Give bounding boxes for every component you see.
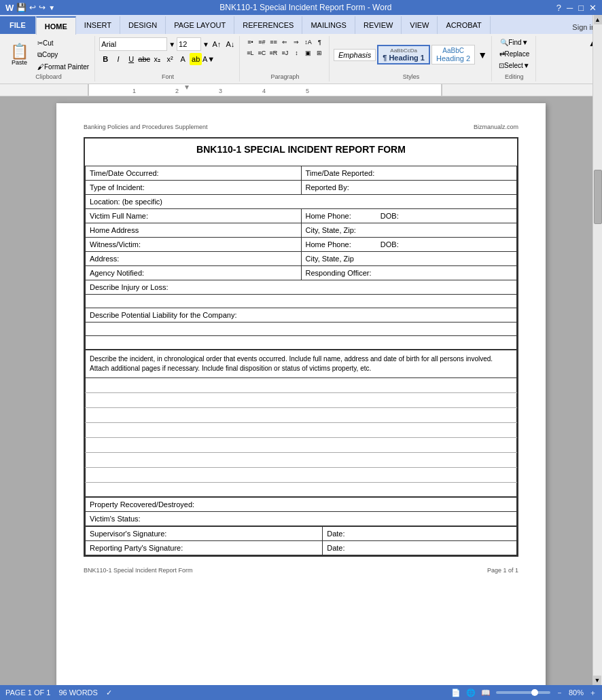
tab-insert[interactable]: INSERT xyxy=(76,16,120,34)
align-left-btn[interactable]: ≡L xyxy=(245,48,255,58)
tab-view[interactable]: VIEW xyxy=(402,16,438,34)
scrollbar[interactable]: ▲ ▼ xyxy=(592,15,602,685)
tab-design[interactable]: DESIGN xyxy=(120,16,166,34)
paragraph-group: ≡• ≡# ≡≡ ⇐ ⇒ ↕A ¶ ≡L ≡C ≡R ≡J ↕ ▣ ⊞ Para… xyxy=(241,36,330,81)
italic-btn[interactable]: I xyxy=(112,53,124,65)
svg-text:2: 2 xyxy=(175,88,179,94)
status-right: 📄 🌐 📖 － 80% ＋ xyxy=(451,688,597,698)
form-title: BNK110-1 SPECIAL INCIDENT REPORT FORM xyxy=(85,139,517,160)
tab-file[interactable]: FILE xyxy=(0,16,36,34)
cell-liability-blank2 xyxy=(86,336,517,350)
restore-btn[interactable]: □ xyxy=(578,3,584,13)
tab-page-layout[interactable]: PAGE LAYOUT xyxy=(166,16,234,34)
format-painter-button[interactable]: 🖌 Format Painter xyxy=(35,62,92,72)
decrease-indent-btn[interactable]: ⇐ xyxy=(279,37,290,47)
view-print-btn[interactable]: 📄 xyxy=(451,688,461,697)
home-phone-2-label: Home Phone: xyxy=(306,240,351,248)
select-button[interactable]: ⊡ Select ▼ xyxy=(496,60,533,71)
cell-liability-blank1 xyxy=(86,323,517,336)
cell-narrative-line2 xyxy=(86,392,517,407)
help-btn[interactable]: ? xyxy=(556,3,561,13)
zoom-in-btn[interactable]: ＋ xyxy=(589,688,597,698)
cut-button[interactable]: ✂ Cut xyxy=(35,38,92,48)
cell-city-state-zip2: City, State, Zip xyxy=(301,252,517,266)
bullets-btn[interactable]: ≡• xyxy=(245,37,255,47)
home-phone-1-label: Home Phone: xyxy=(306,212,351,220)
cell-responding-officer: Responding Officer: xyxy=(301,266,517,280)
bold-btn[interactable]: B xyxy=(99,53,111,65)
underline-btn[interactable]: U xyxy=(125,53,137,65)
cell-date1: Date: xyxy=(323,527,517,541)
align-center-btn[interactable]: ≡C xyxy=(256,48,267,58)
row-victim-name: Victim Full Name: Home Phone: DOB: xyxy=(86,209,517,223)
justify-btn[interactable]: ≡J xyxy=(279,48,290,58)
style-heading1[interactable]: AaBbCcDa ¶ Heading 1 xyxy=(377,45,430,65)
scroll-up-btn[interactable]: ▲ xyxy=(594,15,602,24)
cell-describe-liability: Describe Potential Liability for the Com… xyxy=(86,308,517,323)
zoom-out-btn[interactable]: － xyxy=(556,688,563,698)
shrink-font-btn[interactable]: A↓ xyxy=(224,38,236,50)
tab-mailings[interactable]: MAILINGS xyxy=(302,16,355,34)
cell-narrative-line3 xyxy=(86,407,517,422)
copy-button[interactable]: ⧉ Copy xyxy=(35,50,92,60)
close-btn[interactable]: ✕ xyxy=(589,3,597,13)
sort-btn[interactable]: ↕A xyxy=(302,37,313,47)
row-narrative-header: Describe the incident, in chronological … xyxy=(86,350,517,378)
tab-home[interactable]: HOME xyxy=(36,16,76,35)
paste-button[interactable]: 📋 Paste xyxy=(5,42,33,68)
cell-time-date-reported: Time/Date Reported: xyxy=(301,166,517,181)
dropdown-quick-btn[interactable]: ▼ xyxy=(48,4,55,12)
minimize-btn[interactable]: ─ xyxy=(567,3,573,13)
styles-dropdown-btn[interactable]: ▼ xyxy=(476,48,489,62)
font-color-btn[interactable]: A xyxy=(177,53,189,65)
superscript-btn[interactable]: x² xyxy=(164,53,176,65)
multilevel-btn[interactable]: ≡≡ xyxy=(268,37,279,47)
tab-review[interactable]: REVIEW xyxy=(355,16,402,34)
cell-reporting-sig: Reporting Party's Signature: xyxy=(86,541,323,555)
highlight-btn[interactable]: ab xyxy=(190,53,202,65)
cell-city-state-zip1: City, State, Zip: xyxy=(301,223,517,238)
view-read-btn[interactable]: 📖 xyxy=(481,688,491,697)
numbering-btn[interactable]: ≡# xyxy=(256,37,267,47)
show-formatting-btn[interactable]: ¶ xyxy=(314,37,325,47)
row-narrative-line7 xyxy=(86,467,517,482)
borders-btn[interactable]: ⊞ xyxy=(314,48,325,58)
font-size-dropdown-icon[interactable]: ▼ xyxy=(202,41,209,48)
font-size-input[interactable] xyxy=(177,37,201,51)
zoom-slider[interactable] xyxy=(496,691,550,694)
paragraph-controls: ≡• ≡# ≡≡ ⇐ ⇒ ↕A ¶ ≡L ≡C ≡R ≡J ↕ ▣ ⊞ xyxy=(245,37,325,72)
strikethrough-btn[interactable]: abc xyxy=(138,53,150,65)
page-header: Banking Policies and Procedures Suppleme… xyxy=(84,124,518,130)
proofing-icon[interactable]: ✓ xyxy=(106,688,112,697)
tab-acrobat[interactable]: ACROBAT xyxy=(438,16,490,34)
font-name-input[interactable] xyxy=(99,37,167,51)
redo-quick-btn[interactable]: ↪ xyxy=(39,3,46,12)
cell-address: Address: xyxy=(86,252,302,266)
status-left: PAGE 1 OF 1 96 WORDS ✓ xyxy=(5,688,112,697)
find-button[interactable]: 🔍 Find ▼ xyxy=(497,37,531,48)
cell-home-phone-dob2: Home Phone: DOB: xyxy=(301,238,517,252)
clipboard-group: 📋 Paste ✂ Cut ⧉ Copy 🖌 Format Painter Cl… xyxy=(3,36,95,81)
replace-button[interactable]: ⇄ Replace xyxy=(497,49,533,59)
svg-text:3: 3 xyxy=(219,88,222,94)
save-quick-btn[interactable]: 💾 xyxy=(16,3,26,12)
tab-references[interactable]: REFERENCES xyxy=(234,16,302,34)
shading-btn[interactable]: ▣ xyxy=(302,48,313,58)
scroll-down-btn[interactable]: ▼ xyxy=(593,676,601,685)
style-emphasis[interactable]: Emphasis xyxy=(334,49,376,61)
grow-font-btn[interactable]: A↑ xyxy=(211,38,223,50)
zoom-level[interactable]: 80% xyxy=(569,688,584,697)
line-spacing-btn[interactable]: ↕ xyxy=(291,48,302,58)
paragraph-bottom-row: ≡L ≡C ≡R ≡J ↕ ▣ ⊞ xyxy=(245,48,325,58)
scroll-thumb[interactable] xyxy=(594,170,602,224)
align-right-btn[interactable]: ≡R xyxy=(268,48,279,58)
row-narrative-line1 xyxy=(86,377,517,392)
undo-quick-btn[interactable]: ↩ xyxy=(29,3,36,12)
view-web-btn[interactable]: 🌐 xyxy=(466,688,476,697)
font-name-dropdown-icon[interactable]: ▼ xyxy=(169,41,175,48)
increase-indent-btn[interactable]: ⇒ xyxy=(291,37,302,47)
row-witness: Witness/Victim: Home Phone: DOB: xyxy=(86,238,517,252)
subscript-btn[interactable]: x₂ xyxy=(151,53,163,65)
text-shading-btn[interactable]: A▼ xyxy=(202,53,215,65)
style-heading2[interactable]: AaBbC Heading 2 xyxy=(431,45,475,65)
